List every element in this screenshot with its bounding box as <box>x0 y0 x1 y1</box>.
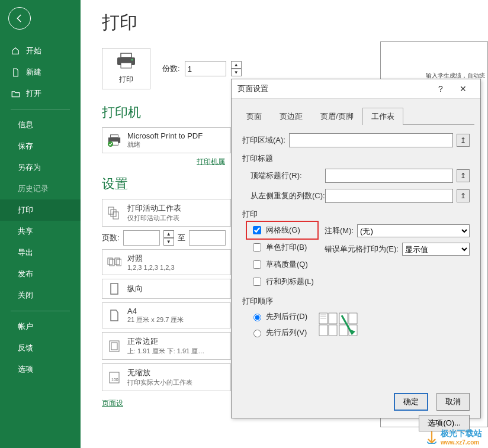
over-down-radio[interactable] <box>253 330 261 337</box>
paper-icon <box>107 310 121 321</box>
close-button[interactable]: ✕ <box>452 79 474 98</box>
page-setup-link[interactable]: 页面设 <box>102 398 123 408</box>
cancel-button[interactable]: 取消 <box>436 393 470 411</box>
down-over-radio[interactable] <box>253 314 261 321</box>
scaling-dropdown[interactable]: 100 无缩放打印实际大小的工作表 <box>102 363 231 391</box>
tab-page[interactable]: 页面 <box>237 108 271 125</box>
rowcol-label: 行和列标题(L) <box>266 276 314 287</box>
pages-to-input[interactable] <box>189 230 226 246</box>
svg-text:100: 100 <box>111 378 118 382</box>
top-row-ref-button[interactable]: ↥ <box>457 169 470 182</box>
draft-checkbox[interactable] <box>253 260 261 269</box>
dd-title: 无缩放 <box>127 368 226 378</box>
left-col-label: 从左侧重复的列数(C): <box>251 191 322 201</box>
printer-status-icon <box>107 134 121 147</box>
dd-title: A4 <box>127 307 226 315</box>
nav-feedback[interactable]: 反馈 <box>0 337 81 359</box>
watermark: 极光下载站www.xz7.com <box>425 428 482 446</box>
printer-icon <box>116 53 136 71</box>
nav-open[interactable]: 打开 <box>0 83 81 104</box>
nav-info[interactable]: 信息 <box>0 114 81 136</box>
nav-label: 保存 <box>18 141 33 152</box>
tab-margins[interactable]: 页边距 <box>271 108 312 125</box>
svg-rect-17 <box>111 343 117 350</box>
dd-sub: 1,2,3 1,2,3 1,2,3 <box>127 264 226 271</box>
dd-title: 正常边距 <box>127 336 226 347</box>
nav-label: 历史记录 <box>18 183 49 194</box>
new-icon <box>11 68 20 77</box>
print-button-label: 打印 <box>119 75 133 85</box>
nav-export[interactable]: 导出 <box>0 242 81 263</box>
scale-icon: 100 <box>107 372 121 383</box>
nav-label: 打开 <box>26 88 41 99</box>
top-row-label: 顶端标题行(R): <box>251 170 322 181</box>
nav-history[interactable]: 历史记录 <box>0 178 81 199</box>
errors-select[interactable]: 显示值 <box>402 243 470 256</box>
nav-share[interactable]: 共享 <box>0 221 81 242</box>
back-button[interactable] <box>8 7 31 30</box>
top-row-input[interactable] <box>325 169 453 183</box>
nav-close[interactable]: 关闭 <box>0 285 81 306</box>
nav-save[interactable]: 保存 <box>0 136 81 157</box>
printer-status: 就绪 <box>127 140 226 149</box>
svg-rect-23 <box>329 325 337 336</box>
nav-home[interactable]: 开始 <box>0 40 81 62</box>
printer-properties-link[interactable]: 打印机属 <box>102 157 225 167</box>
backstage-sidebar: 开始 新建 打开 信息 保存 另存为 历史记录 打印 共享 导出 发布 关闭 帐… <box>0 0 81 448</box>
paper-dropdown[interactable]: A421 厘米 x 29.7 厘米 <box>102 302 231 328</box>
print-area-label: 打印区域(A): <box>242 135 285 146</box>
svg-rect-15 <box>111 283 118 294</box>
print-scope-dropdown[interactable]: 打印活动工作表仅打印活动工作表 <box>102 199 231 227</box>
pages-to-label: 至 <box>178 233 185 243</box>
nav-options[interactable]: 选项 <box>0 359 81 380</box>
tab-headerfooter[interactable]: 页眉/页脚 <box>312 108 362 125</box>
print-button[interactable]: 打印 <box>102 48 150 89</box>
copies-spinner[interactable]: ▲▼ <box>231 61 242 76</box>
nav-label: 共享 <box>18 226 33 237</box>
dd-sub: 上: 1.91 厘米 下: 1.91 厘… <box>127 347 226 356</box>
over-down-label: 先行后列(V) <box>266 327 307 338</box>
blackwhite-checkbox[interactable] <box>253 243 261 252</box>
nav-saveas[interactable]: 另存为 <box>0 157 81 178</box>
nav-label: 选项 <box>18 364 33 375</box>
print-area-input[interactable] <box>289 133 453 147</box>
copies-label: 份数: <box>162 63 180 74</box>
print-titles-heading: 打印标题 <box>242 153 470 164</box>
nav-label: 导出 <box>18 247 33 258</box>
nav-label: 信息 <box>18 120 33 130</box>
nav-publish[interactable]: 发布 <box>0 263 81 285</box>
left-col-ref-button[interactable]: ↥ <box>457 189 470 202</box>
left-col-input[interactable] <box>325 189 453 203</box>
dd-sub: 21 厘米 x 29.7 厘米 <box>127 315 226 324</box>
print-options-heading: 打印 <box>242 209 470 220</box>
ok-button[interactable]: 确定 <box>394 393 428 411</box>
svg-rect-0 <box>121 53 131 57</box>
orientation-dropdown[interactable]: 纵向 <box>102 279 231 299</box>
margins-dropdown[interactable]: 正常边距上: 1.91 厘米 下: 1.91 厘… <box>102 332 231 360</box>
pages-from-spin[interactable]: ▲▼ <box>163 230 174 246</box>
dialog-title: 页面设置 <box>237 83 268 94</box>
svg-rect-22 <box>319 325 328 336</box>
svg-rect-26 <box>339 325 348 336</box>
pages-from-label: 页数: <box>102 233 120 243</box>
tab-sheet[interactable]: 工作表 <box>362 108 403 125</box>
comments-select[interactable]: (无) <box>357 224 470 237</box>
nav-label: 新建 <box>26 67 41 78</box>
nav-account[interactable]: 帐户 <box>0 316 81 337</box>
watermark-name: 极光下载站 <box>441 428 482 438</box>
print-area-ref-button[interactable]: ↥ <box>457 134 470 147</box>
nav-new[interactable]: 新建 <box>0 62 81 83</box>
copies-input[interactable] <box>185 61 226 76</box>
nav-label: 另存为 <box>18 162 41 173</box>
pages-from-input[interactable] <box>123 230 160 246</box>
nav-label: 开始 <box>26 46 41 56</box>
open-icon <box>11 90 20 98</box>
rowcol-checkbox[interactable] <box>253 278 261 286</box>
printer-dropdown[interactable]: Microsoft Print to PDF就绪 <box>102 127 231 153</box>
nav-print[interactable]: 打印 <box>0 199 81 221</box>
svg-rect-4 <box>111 135 118 138</box>
nav-label: 帐户 <box>18 321 33 332</box>
gridlines-checkbox[interactable] <box>253 226 261 234</box>
help-button[interactable]: ? <box>429 79 452 98</box>
collate-dropdown[interactable]: 对照1,2,3 1,2,3 1,2,3 <box>102 249 231 275</box>
